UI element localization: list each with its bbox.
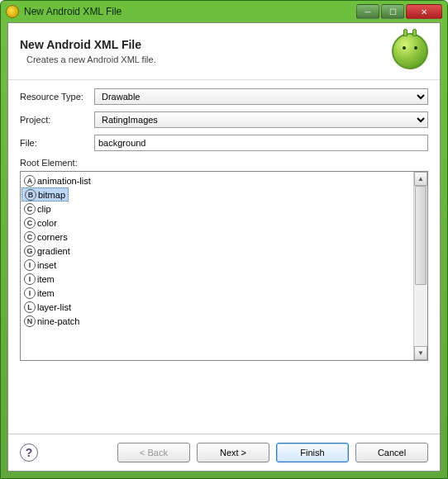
element-letter-icon: B xyxy=(25,189,36,201)
scroll-up-button[interactable]: ▲ xyxy=(414,172,427,186)
button-bar: ? < Back Next > Finish Cancel xyxy=(8,434,440,471)
close-button[interactable]: ✕ xyxy=(406,4,442,19)
list-item-label: clip xyxy=(37,204,51,214)
list-item-label: nine-patch xyxy=(37,316,79,326)
next-button[interactable]: Next > xyxy=(197,443,269,462)
list-item[interactable]: Bbitmap xyxy=(21,187,69,202)
element-letter-icon: N xyxy=(24,315,36,327)
back-button[interactable]: < Back xyxy=(117,443,190,462)
scroll-down-button[interactable]: ▼ xyxy=(414,346,427,360)
list-item[interactable]: Iinset xyxy=(21,258,413,272)
element-letter-icon: C xyxy=(24,217,36,229)
page-subtitle: Creates a new Android XML file. xyxy=(26,55,156,64)
list-item[interactable]: Ggradient xyxy=(21,244,413,258)
list-item-label: layer-list xyxy=(37,302,71,312)
list-item-label: corners xyxy=(37,232,68,242)
element-letter-icon: I xyxy=(24,259,36,271)
root-element-label: Root Element: xyxy=(8,156,440,171)
resource-type-label: Resource Type: xyxy=(20,92,94,102)
list-item-label: item xyxy=(37,288,55,298)
file-label: File: xyxy=(20,138,94,148)
client-area: New Android XML File Creates a new Andro… xyxy=(7,22,441,472)
scroll-thumb[interactable] xyxy=(415,186,427,285)
list-item[interactable]: Aanimation-list xyxy=(21,173,413,187)
element-letter-icon: G xyxy=(24,245,36,257)
list-item[interactable]: Iitem xyxy=(21,286,413,300)
dialog-window: New Android XML File ─ ☐ ✕ New Android X… xyxy=(0,0,448,479)
list-item[interactable]: Nnine-patch xyxy=(21,314,413,328)
page-title: New Android XML File xyxy=(20,38,156,51)
wizard-header: New Android XML File Creates a new Andro… xyxy=(8,23,440,80)
list-item-label: bitmap xyxy=(38,190,65,200)
scrollbar[interactable]: ▲ ▼ xyxy=(413,172,427,360)
list-item[interactable]: Cclip xyxy=(21,202,413,216)
list-item-label: item xyxy=(37,274,55,284)
root-element-list-inner[interactable]: Aanimation-listBbitmapCclipCcolorCcorner… xyxy=(21,172,413,360)
list-item-label: color xyxy=(37,218,57,228)
maximize-button[interactable]: ☐ xyxy=(381,4,404,19)
help-icon[interactable]: ? xyxy=(20,443,38,462)
list-item[interactable]: Ccorners xyxy=(21,230,413,244)
app-icon xyxy=(6,5,19,18)
element-letter-icon: I xyxy=(24,287,36,299)
titlebar[interactable]: New Android XML File ─ ☐ ✕ xyxy=(1,1,447,22)
element-letter-icon: L xyxy=(24,301,36,313)
list-item[interactable]: Iitem xyxy=(21,272,413,286)
minimize-button[interactable]: ─ xyxy=(356,4,379,19)
finish-button[interactable]: Finish xyxy=(276,443,349,462)
cancel-button[interactable]: Cancel xyxy=(355,443,428,462)
project-select[interactable]: RatingImages xyxy=(94,111,428,128)
resource-type-select[interactable]: Drawable xyxy=(94,88,428,105)
list-item-label: animation-list xyxy=(37,176,91,186)
element-letter-icon: I xyxy=(24,273,36,285)
android-icon xyxy=(392,33,428,69)
project-label: Project: xyxy=(20,115,94,125)
file-input[interactable] xyxy=(94,135,428,151)
form-area: Resource Type: Drawable Project: RatingI… xyxy=(8,80,440,156)
list-item[interactable]: Llayer-list xyxy=(21,300,413,314)
root-element-list: Aanimation-listBbitmapCclipCcolorCcorner… xyxy=(20,171,428,361)
window-title: New Android XML File xyxy=(24,6,356,17)
element-letter-icon: A xyxy=(24,175,36,187)
element-letter-icon: C xyxy=(24,203,36,215)
list-item-label: inset xyxy=(37,260,56,270)
list-item-label: gradient xyxy=(37,246,70,256)
list-item[interactable]: Ccolor xyxy=(21,216,413,230)
element-letter-icon: C xyxy=(24,231,36,243)
